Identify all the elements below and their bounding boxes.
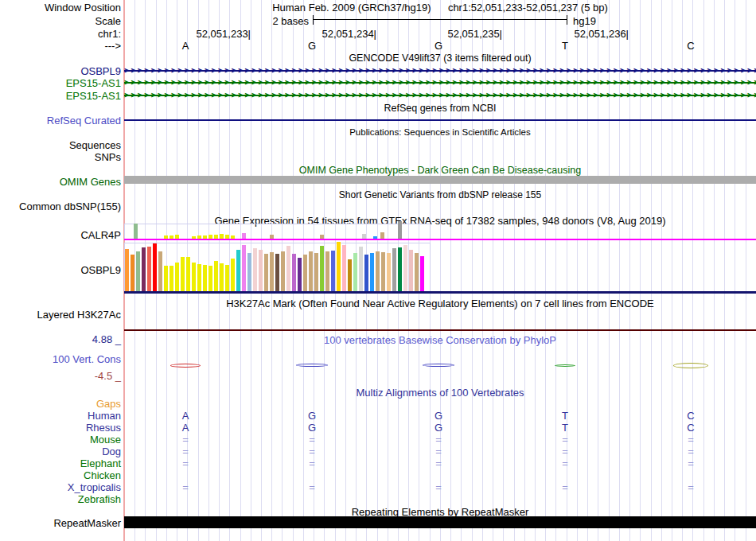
gtex-expression-bar[interactable] [203,265,207,291]
gtex-expression-bar[interactable] [225,265,229,291]
gtex-expression-bar[interactable] [359,247,363,291]
multiz-alignment-cell[interactable]: G [296,410,328,422]
gtex-expression-bar[interactable] [242,245,246,291]
multiz-alignment-cell[interactable]: = [423,434,454,446]
gtex-expression-bar[interactable] [292,254,296,291]
gtex-calr4p-baseline[interactable] [124,239,756,240]
gtex-expression-bar[interactable] [420,256,424,291]
refseq-curated-line[interactable] [124,119,756,121]
gtex-expression-bar[interactable] [214,235,218,239]
gtex-expression-bar[interactable] [281,251,285,291]
gtex-expression-bar[interactable] [331,251,335,291]
gtex-expression-bar[interactable] [192,263,196,291]
gtex-expression-bar[interactable] [373,236,377,239]
gencode-gene-label[interactable]: EPS15-AS1 [0,90,121,102]
omim-genes-label[interactable]: OMIM Genes [0,176,121,188]
gtex-expression-bar[interactable] [270,252,274,291]
multiz-alignment-cell[interactable]: = [675,481,707,493]
multiz-alignment-cell[interactable]: = [549,481,581,493]
gtex-expression-bar[interactable] [175,235,179,239]
gtex-expression-bar[interactable] [342,245,346,291]
multiz-species-label[interactable]: Rhesus [0,422,121,434]
multiz-alignment-cell[interactable]: G [423,410,454,422]
publications-snps-label[interactable]: SNPs [0,151,121,163]
gtex-expression-bar[interactable] [242,233,246,239]
gtex-expression-bar[interactable] [348,259,352,291]
multiz-alignment-cell[interactable]: C [675,422,707,434]
h3k27ac-baseline[interactable] [124,329,756,331]
gtex-expression-bar[interactable] [320,246,324,291]
multiz-alignment-cell[interactable]: = [549,457,581,469]
gtex-expression-bar[interactable] [186,257,190,291]
multiz-alignment-cell[interactable]: = [549,446,581,457]
gtex-expression-bar[interactable] [403,245,407,291]
omim-gene-bar[interactable] [124,176,756,184]
multiz-alignment-cell[interactable]: = [675,457,707,469]
gtex-expression-bar[interactable] [225,235,229,239]
common-dbsnp-label[interactable]: Common dbSNP(155) [0,200,121,212]
gtex-expression-bar[interactable] [192,236,196,239]
multiz-alignment-cell[interactable]: = [170,446,201,457]
multiz-species-label[interactable]: Gaps [0,398,121,410]
phylop-mark[interactable] [423,364,454,367]
gtex-expression-bar[interactable] [170,235,173,239]
gtex-expression-bar[interactable] [380,232,384,239]
multiz-species-label[interactable]: Zebrafish [0,493,121,505]
gtex-expression-bar[interactable] [253,248,257,291]
multiz-alignment-cell[interactable]: = [423,481,454,493]
gtex-expression-bar[interactable] [142,247,146,291]
gtex-expression-bar[interactable] [264,254,268,291]
gtex-expression-bar[interactable] [337,242,341,291]
multiz-alignment-cell[interactable]: = [296,457,328,469]
gtex-calr4p-label[interactable]: CALR4P [0,229,121,241]
gtex-expression-bar[interactable] [370,253,374,291]
multiz-alignment-cell[interactable]: = [170,457,201,469]
multiz-alignment-cell[interactable]: = [296,434,328,446]
gtex-expression-bar[interactable] [134,224,138,239]
gtex-expression-bar[interactable] [381,252,385,291]
gencode-gene-row[interactable]: >>>>>>>>>>>>>>>>>>>>>>>>>>>>>>>>>>>>>>>>… [124,65,756,76]
multiz-alignment-cell[interactable]: G [423,422,454,434]
gtex-expression-bar[interactable] [220,234,224,239]
gencode-gene-label[interactable]: EPS15-AS1 [0,77,121,89]
multiz-alignment-cell[interactable]: T [549,422,581,434]
gtex-expression-bar[interactable] [131,255,134,291]
phylop-mark[interactable] [296,364,328,367]
gtex-expression-bar[interactable] [197,264,201,291]
gencode-gene-row[interactable]: >>>>>>>>>>>>>>>>>>>>>>>>>>>>>>>>>>>>>>>>… [124,90,756,100]
phylop-mark[interactable] [673,363,708,368]
gtex-expression-bar[interactable] [197,235,201,239]
gtex-expression-bar[interactable] [415,253,419,291]
gtex-expression-bar[interactable] [325,251,329,291]
phylop-mark[interactable] [555,364,575,367]
layered-h3k27ac-label[interactable]: Layered H3K27Ac [0,309,121,321]
gtex-expression-bar[interactable] [203,235,207,239]
gtex-expression-bar[interactable] [409,250,413,291]
multiz-alignment-cell[interactable]: A [170,422,201,434]
gtex-expression-bar[interactable] [153,243,157,291]
multiz-species-label[interactable]: Chicken [0,469,121,481]
gtex-expression-bar[interactable] [125,249,129,291]
repeatmasker-bar[interactable] [124,516,756,528]
refseq-curated-label[interactable]: RefSeq Curated [0,115,121,126]
multiz-alignment-cell[interactable]: = [549,434,581,446]
gtex-expression-bar[interactable] [136,251,140,291]
gtex-expression-bar[interactable] [364,255,368,291]
gtex-expression-bar[interactable] [181,257,185,291]
gtex-expression-bar[interactable] [220,263,224,291]
gtex-expression-bar[interactable] [208,266,212,291]
multiz-alignment-cell[interactable]: = [675,446,707,457]
gtex-expression-bar[interactable] [392,248,396,291]
publications-sequences-label[interactable]: Sequences [0,139,121,151]
gtex-expression-bar[interactable] [170,266,173,291]
gtex-expression-bar[interactable] [231,235,235,239]
gtex-expression-bar[interactable] [398,247,402,291]
gtex-expression-bar[interactable] [362,234,366,239]
gtex-expression-bar[interactable] [158,251,162,291]
multiz-alignment-cell[interactable]: G [296,422,328,434]
multiz-alignment-cell[interactable]: = [170,434,201,446]
repeatmasker-label[interactable]: RepeatMasker [0,517,121,529]
multiz-species-label[interactable]: Human [0,410,121,422]
multiz-species-label[interactable]: Mouse [0,434,121,446]
gtex-expression-bar[interactable] [214,261,218,291]
